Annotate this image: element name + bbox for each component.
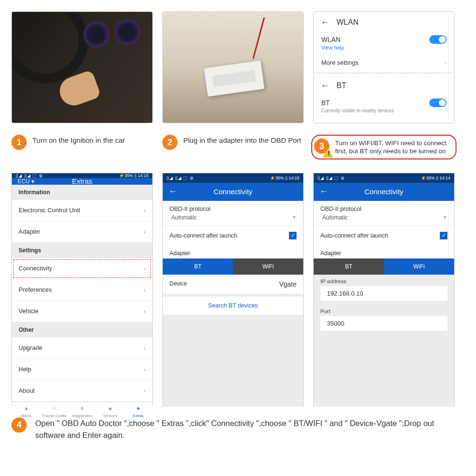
phone-connectivity-wifi-screen: ▯◢ ▯◢ ⬚ ⊚ ⚡35% ▯ 14:14 ← Connectivity OB… [313, 173, 455, 406]
app-bar: ECU ▾ Extras [12, 178, 152, 185]
autoconnect-row[interactable]: Auto-connect after launch ✓ [163, 226, 303, 245]
section-information: Information [12, 185, 152, 200]
obd-protocol-label: OBD-II protocol [314, 201, 454, 214]
caret-down-icon: ▾ [31, 178, 34, 185]
gears-icon: ⚙ [78, 405, 87, 413]
wlan-more-settings[interactable]: More settings › [314, 54, 454, 71]
item-help[interactable]: Help› [12, 359, 152, 380]
dashboard-gauge [83, 21, 109, 48]
item-preferences[interactable]: Preferences› [12, 279, 152, 301]
chevron-right-icon: › [143, 265, 146, 272]
segment-wifi[interactable]: WiFi [384, 258, 455, 275]
chevron-right-icon: › [445, 59, 446, 66]
obd-connector [204, 60, 264, 97]
step-number-badge-warning: 3 [314, 139, 329, 154]
engine-icon: ⬭ [50, 405, 59, 413]
device-row[interactable]: Device Vgate [163, 275, 303, 294]
wlan-header: ← WLAN [314, 12, 454, 32]
wlan-toggle[interactable] [429, 35, 446, 44]
extras-icon: ✖ [134, 405, 143, 413]
chevron-right-icon: › [143, 387, 146, 395]
step-number-badge: 1 [11, 135, 27, 150]
segment-bt[interactable]: BT [314, 258, 384, 275]
adapter-segmented-control: BT WiFi [314, 258, 454, 275]
phone-connectivity-bt-screen: ▯◢ ▯◢ ⬚ ⊚ ⚡35% ▯ 14:15 ← Connectivity OB… [162, 173, 304, 406]
step-2-caption: 2 Plug in the adapter into the OBD Port [162, 135, 304, 159]
wire [252, 17, 265, 59]
divider [314, 73, 454, 73]
step-2-text: Plug in the adapter into the OBD Port [183, 135, 301, 145]
photo-ignition [11, 11, 153, 123]
bt-toggle[interactable] [429, 99, 446, 107]
item-about[interactable]: About› [12, 380, 152, 402]
settings-wlan-bt-panel: ← WLAN WLAN View help More settings › ← … [313, 11, 455, 123]
step-1-caption: 1 Turn on the Ignition in the car [11, 135, 153, 159]
section-other: Other [12, 322, 152, 337]
gauge-icon: ◉ [106, 405, 115, 413]
app-bar: ← Connectivity [163, 183, 303, 201]
obd-pins [212, 70, 256, 87]
bt-label: BT [321, 99, 330, 107]
step-4-text: Open " OBD Auto Doctor ",choose " Extras… [35, 417, 465, 442]
bt-subtext: Currently visible to nearby devices [314, 108, 454, 116]
item-vehicle[interactable]: Vehicle› [12, 301, 152, 322]
ip-address-label: IP address [314, 275, 454, 285]
adapter-label: Adapter [314, 245, 454, 258]
chevron-right-icon: › [143, 207, 146, 214]
back-arrow-icon[interactable]: ← [320, 17, 330, 28]
photo-obd-port [162, 11, 304, 123]
search-bt-devices-button[interactable]: Search BT devices [163, 297, 303, 315]
status-bar: ▯◢ ▯◢ ⬚ ⊚ ⚡35% ▯ 14:15 [163, 173, 303, 183]
back-arrow-icon[interactable]: ← [319, 187, 328, 197]
appbar-title: Connectivity [163, 188, 303, 196]
step-3-caption: 3 Turn on WIFI/BT, WIFI need to connect … [311, 135, 456, 159]
wlan-view-help[interactable]: View help [314, 45, 454, 54]
chevron-right-icon: › [143, 344, 146, 352]
segment-bt[interactable]: BT [163, 258, 233, 275]
app-bar: ← Connectivity [314, 183, 454, 201]
obd-protocol-dropdown[interactable]: Automatic▼ [314, 214, 454, 226]
autoconnect-checkbox[interactable]: ✓ [289, 232, 297, 239]
chevron-right-icon: › [143, 366, 146, 373]
item-electronic-control-unit[interactable]: Electronic Control Unit› [12, 200, 152, 221]
caret-down-icon: ▼ [292, 215, 297, 220]
bt-header: ← BT [314, 75, 454, 96]
dashboard-gauge [114, 19, 140, 45]
caret-down-icon: ▼ [443, 215, 447, 220]
port-label: Port [314, 305, 454, 315]
status-bar: ▯◢ ▯◢ ⬚ ⊚ ⚡35% ▯ 14:14 [314, 173, 454, 183]
back-arrow-icon[interactable]: ← [320, 80, 330, 91]
item-adapter[interactable]: Adapter› [12, 221, 152, 243]
segment-wifi[interactable]: WiFi [233, 258, 304, 275]
step-1-text: Turn on the Ignition in the car [32, 135, 125, 145]
port-input[interactable]: 35000 [320, 316, 447, 331]
appbar-title: Connectivity [314, 188, 454, 196]
wlan-title: WLAN [337, 18, 358, 27]
adapter-segmented-control: BT WiFi [163, 258, 303, 275]
obd-protocol-label: OBD-II protocol [163, 201, 303, 214]
device-value: Vgate [279, 280, 297, 288]
obd-protocol-dropdown[interactable]: Automatic▼ [163, 214, 303, 226]
item-upgrade[interactable]: Upgrade› [12, 337, 152, 359]
section-settings: Settings [12, 243, 152, 258]
chevron-right-icon: › [143, 307, 146, 315]
status-bar: ▯◢ ▯◢ ⬚ ⊚ ⚡35% ▯ 14:15 [12, 173, 152, 178]
autoconnect-row[interactable]: Auto-connect after launch ✓ [314, 226, 454, 245]
step-number-badge: 2 [162, 135, 178, 150]
item-connectivity[interactable]: Connectivity› [12, 258, 152, 279]
chevron-right-icon: › [143, 286, 146, 294]
phone-extras-screen: ▯◢ ▯◢ ⬚ ⊚ ⚡35% ▯ 14:15 ECU ▾ Extras Info… [11, 173, 153, 406]
step-number-badge: 4 [11, 417, 27, 433]
ecu-dropdown[interactable]: ECU ▾ [18, 178, 34, 185]
status-icon: ◑ [21, 405, 31, 413]
adapter-label: Adapter [163, 245, 303, 258]
autoconnect-checkbox[interactable]: ✓ [440, 232, 447, 239]
back-arrow-icon[interactable]: ← [169, 187, 177, 197]
steering-wheel [11, 11, 88, 83]
wlan-label: WLAN [321, 36, 340, 43]
bt-title: BT [337, 81, 346, 90]
chevron-right-icon: › [143, 228, 146, 236]
step-3-text: Turn on WIFI/BT, WIFI need to connect fi… [335, 139, 451, 156]
ip-address-input[interactable]: 192.168.0.10 [320, 286, 447, 301]
